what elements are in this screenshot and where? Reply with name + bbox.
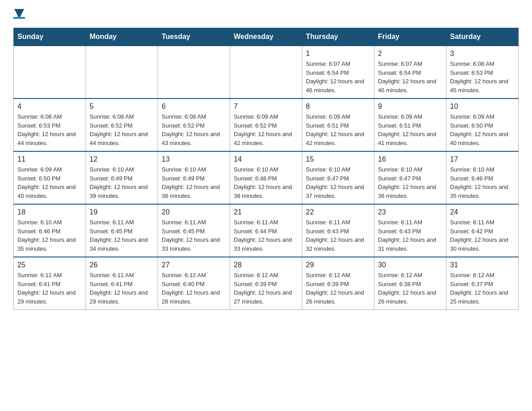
day-info: Sunrise: 6:09 AM Sunset: 6:51 PM Dayligh…	[378, 112, 442, 147]
day-number: 6	[162, 103, 226, 111]
table-row: 26Sunrise: 6:11 AM Sunset: 6:41 PM Dayli…	[86, 257, 158, 310]
day-info: Sunrise: 6:10 AM Sunset: 6:46 PM Dayligh…	[17, 218, 82, 253]
day-info: Sunrise: 6:08 AM Sunset: 6:52 PM Dayligh…	[162, 112, 226, 147]
table-row: 5Sunrise: 6:08 AM Sunset: 6:52 PM Daylig…	[86, 98, 158, 151]
page-header	[13, 9, 519, 19]
day-number: 24	[450, 208, 515, 216]
col-wednesday: Wednesday	[230, 28, 302, 46]
table-row: 11Sunrise: 6:09 AM Sunset: 6:50 PM Dayli…	[14, 151, 86, 204]
day-info: Sunrise: 6:08 AM Sunset: 6:53 PM Dayligh…	[450, 60, 515, 94]
table-row: 4Sunrise: 6:08 AM Sunset: 6:53 PM Daylig…	[14, 98, 86, 151]
day-info: Sunrise: 6:10 AM Sunset: 6:46 PM Dayligh…	[450, 165, 515, 200]
day-info: Sunrise: 6:08 AM Sunset: 6:53 PM Dayligh…	[17, 112, 82, 147]
table-row: 22Sunrise: 6:11 AM Sunset: 6:43 PM Dayli…	[302, 204, 374, 257]
table-row: 29Sunrise: 6:12 AM Sunset: 6:39 PM Dayli…	[302, 257, 374, 310]
table-row	[14, 46, 86, 98]
table-row: 17Sunrise: 6:10 AM Sunset: 6:46 PM Dayli…	[446, 151, 519, 204]
day-info: Sunrise: 6:11 AM Sunset: 6:44 PM Dayligh…	[234, 218, 298, 253]
table-row: 20Sunrise: 6:11 AM Sunset: 6:45 PM Dayli…	[158, 204, 230, 257]
table-row: 10Sunrise: 6:09 AM Sunset: 6:50 PM Dayli…	[446, 98, 519, 151]
day-info: Sunrise: 6:11 AM Sunset: 6:41 PM Dayligh…	[90, 271, 154, 306]
day-info: Sunrise: 6:12 AM Sunset: 6:39 PM Dayligh…	[234, 271, 298, 306]
calendar-header-row: Sunday Monday Tuesday Wednesday Thursday…	[14, 28, 519, 46]
day-number: 1	[306, 50, 370, 58]
day-info: Sunrise: 6:07 AM Sunset: 6:54 PM Dayligh…	[306, 60, 370, 94]
table-row: 9Sunrise: 6:09 AM Sunset: 6:51 PM Daylig…	[374, 98, 446, 151]
table-row	[230, 46, 302, 98]
day-number: 8	[306, 103, 370, 111]
table-row: 15Sunrise: 6:10 AM Sunset: 6:47 PM Dayli…	[302, 151, 374, 204]
col-monday: Monday	[86, 28, 158, 46]
table-row: 14Sunrise: 6:10 AM Sunset: 6:48 PM Dayli…	[230, 151, 302, 204]
day-info: Sunrise: 6:09 AM Sunset: 6:51 PM Dayligh…	[306, 112, 370, 147]
table-row: 25Sunrise: 6:11 AM Sunset: 6:41 PM Dayli…	[14, 257, 86, 310]
day-number: 10	[450, 103, 515, 111]
day-number: 29	[306, 261, 370, 269]
day-number: 5	[90, 103, 154, 111]
table-row: 1Sunrise: 6:07 AM Sunset: 6:54 PM Daylig…	[302, 46, 374, 98]
day-info: Sunrise: 6:11 AM Sunset: 6:43 PM Dayligh…	[306, 218, 370, 253]
day-info: Sunrise: 6:07 AM Sunset: 6:54 PM Dayligh…	[378, 60, 442, 94]
day-number: 20	[162, 208, 226, 216]
table-row: 18Sunrise: 6:10 AM Sunset: 6:46 PM Dayli…	[14, 204, 86, 257]
day-number: 14	[234, 155, 298, 163]
day-number: 22	[306, 208, 370, 216]
table-row	[86, 46, 158, 98]
day-info: Sunrise: 6:11 AM Sunset: 6:45 PM Dayligh…	[162, 218, 226, 253]
day-info: Sunrise: 6:12 AM Sunset: 6:37 PM Dayligh…	[450, 271, 515, 306]
day-number: 30	[378, 261, 442, 269]
day-info: Sunrise: 6:12 AM Sunset: 6:38 PM Dayligh…	[378, 271, 442, 306]
table-row: 21Sunrise: 6:11 AM Sunset: 6:44 PM Dayli…	[230, 204, 302, 257]
day-number: 12	[90, 155, 154, 163]
day-info: Sunrise: 6:10 AM Sunset: 6:48 PM Dayligh…	[234, 165, 298, 200]
calendar-week-row: 25Sunrise: 6:11 AM Sunset: 6:41 PM Dayli…	[14, 257, 519, 310]
table-row: 28Sunrise: 6:12 AM Sunset: 6:39 PM Dayli…	[230, 257, 302, 310]
day-number: 2	[378, 50, 442, 58]
day-info: Sunrise: 6:11 AM Sunset: 6:41 PM Dayligh…	[17, 271, 82, 306]
table-row: 30Sunrise: 6:12 AM Sunset: 6:38 PM Dayli…	[374, 257, 446, 310]
day-info: Sunrise: 6:08 AM Sunset: 6:52 PM Dayligh…	[90, 112, 154, 147]
calendar-week-row: 11Sunrise: 6:09 AM Sunset: 6:50 PM Dayli…	[14, 151, 519, 204]
day-info: Sunrise: 6:11 AM Sunset: 6:45 PM Dayligh…	[90, 218, 154, 253]
table-row: 8Sunrise: 6:09 AM Sunset: 6:51 PM Daylig…	[302, 98, 374, 151]
calendar-table: Sunday Monday Tuesday Wednesday Thursday…	[13, 28, 519, 310]
table-row: 2Sunrise: 6:07 AM Sunset: 6:54 PM Daylig…	[374, 46, 446, 98]
day-number: 7	[234, 103, 298, 111]
calendar-week-row: 1Sunrise: 6:07 AM Sunset: 6:54 PM Daylig…	[14, 46, 519, 98]
table-row: 12Sunrise: 6:10 AM Sunset: 6:49 PM Dayli…	[86, 151, 158, 204]
logo-blue-bar	[13, 17, 25, 19]
day-number: 31	[450, 261, 515, 269]
day-info: Sunrise: 6:10 AM Sunset: 6:49 PM Dayligh…	[90, 165, 154, 200]
day-info: Sunrise: 6:10 AM Sunset: 6:49 PM Dayligh…	[162, 165, 226, 200]
day-number: 23	[378, 208, 442, 216]
day-info: Sunrise: 6:09 AM Sunset: 6:52 PM Dayligh…	[234, 112, 298, 147]
table-row: 13Sunrise: 6:10 AM Sunset: 6:49 PM Dayli…	[158, 151, 230, 204]
col-tuesday: Tuesday	[158, 28, 230, 46]
day-number: 15	[306, 155, 370, 163]
day-info: Sunrise: 6:11 AM Sunset: 6:43 PM Dayligh…	[378, 218, 442, 253]
day-info: Sunrise: 6:11 AM Sunset: 6:42 PM Dayligh…	[450, 218, 515, 253]
day-info: Sunrise: 6:12 AM Sunset: 6:39 PM Dayligh…	[306, 271, 370, 306]
table-row: 31Sunrise: 6:12 AM Sunset: 6:37 PM Dayli…	[446, 257, 519, 310]
day-info: Sunrise: 6:10 AM Sunset: 6:47 PM Dayligh…	[378, 165, 442, 200]
day-info: Sunrise: 6:10 AM Sunset: 6:47 PM Dayligh…	[306, 165, 370, 200]
table-row: 27Sunrise: 6:12 AM Sunset: 6:40 PM Dayli…	[158, 257, 230, 310]
day-info: Sunrise: 6:12 AM Sunset: 6:40 PM Dayligh…	[162, 271, 226, 306]
day-number: 13	[162, 155, 226, 163]
day-number: 4	[17, 103, 82, 111]
day-number: 9	[378, 103, 442, 111]
table-row: 23Sunrise: 6:11 AM Sunset: 6:43 PM Dayli…	[374, 204, 446, 257]
table-row: 16Sunrise: 6:10 AM Sunset: 6:47 PM Dayli…	[374, 151, 446, 204]
table-row: 19Sunrise: 6:11 AM Sunset: 6:45 PM Dayli…	[86, 204, 158, 257]
logo	[13, 9, 25, 19]
table-row: 3Sunrise: 6:08 AM Sunset: 6:53 PM Daylig…	[446, 46, 519, 98]
day-number: 11	[17, 155, 82, 163]
table-row: 6Sunrise: 6:08 AM Sunset: 6:52 PM Daylig…	[158, 98, 230, 151]
table-row: 24Sunrise: 6:11 AM Sunset: 6:42 PM Dayli…	[446, 204, 519, 257]
calendar-week-row: 18Sunrise: 6:10 AM Sunset: 6:46 PM Dayli…	[14, 204, 519, 257]
day-number: 21	[234, 208, 298, 216]
day-info: Sunrise: 6:09 AM Sunset: 6:50 PM Dayligh…	[450, 112, 515, 147]
day-number: 28	[234, 261, 298, 269]
day-number: 26	[90, 261, 154, 269]
col-sunday: Sunday	[14, 28, 86, 46]
